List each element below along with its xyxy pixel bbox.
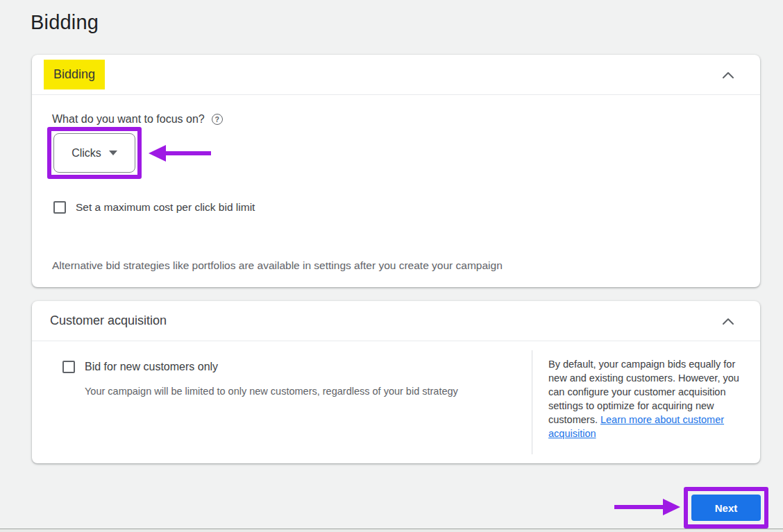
bidding-card-title: Bidding — [44, 60, 105, 89]
new-customers-checkbox-row: Bid for new customers only — [62, 361, 218, 373]
customer-acquisition-header: Customer acquisition — [32, 301, 760, 341]
bidding-collapse-button[interactable] — [719, 67, 737, 85]
customer-acquisition-card: Customer acquisition Bid for new custome… — [32, 301, 760, 463]
max-cpc-checkbox[interactable] — [53, 201, 66, 214]
help-icon[interactable]: ? — [212, 114, 223, 125]
next-annotation-box: Next — [684, 487, 768, 529]
new-customers-description: Your campaign will be limited to only ne… — [85, 386, 458, 397]
customer-acquisition-title: Customer acquisition — [50, 314, 167, 328]
customer-acquisition-side-note: By default, your campaign bids equally f… — [548, 357, 741, 440]
chevron-up-icon — [719, 76, 737, 87]
new-customers-checkbox[interactable] — [62, 361, 75, 373]
bidding-card: Bidding What do you want to focus on? ? … — [32, 55, 760, 287]
focus-dropdown[interactable]: Clicks — [53, 133, 135, 173]
chevron-up-icon — [719, 323, 737, 333]
bid-strategy-footnote: Alternative bid strategies like portfoli… — [52, 259, 503, 272]
max-cpc-checkbox-label[interactable]: Set a maximum cost per click bid limit — [76, 201, 255, 214]
focus-dropdown-value: Clicks — [71, 147, 101, 160]
bidding-card-header: Bidding — [32, 55, 760, 95]
max-cpc-checkbox-row: Set a maximum cost per click bid limit — [53, 201, 255, 214]
next-button[interactable]: Next — [691, 495, 761, 521]
focus-question-label: What do you want to focus on? — [52, 113, 205, 126]
annotation-arrow-left-icon — [149, 144, 211, 163]
side-note-divider — [532, 350, 532, 454]
page-title: Bidding — [31, 11, 99, 34]
caret-down-icon — [109, 151, 117, 155]
annotation-arrow-right-icon — [614, 497, 680, 517]
new-customers-checkbox-label[interactable]: Bid for new customers only — [85, 361, 218, 373]
customer-acquisition-collapse-button[interactable] — [719, 313, 737, 331]
dropdown-annotation-box: Clicks — [47, 127, 142, 179]
focus-question-row: What do you want to focus on? ? — [52, 113, 223, 126]
bottom-page-edge — [0, 529, 783, 532]
